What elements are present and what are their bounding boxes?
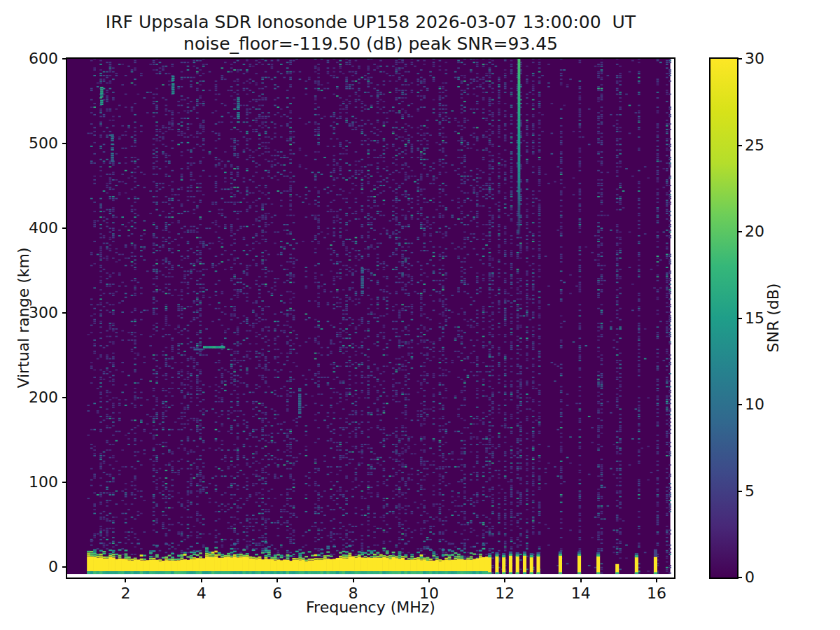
- colorbar-tick-mark: [737, 145, 742, 146]
- y-tick-label: 500: [23, 135, 58, 152]
- x-tick-mark: [504, 578, 505, 582]
- ionogram-figure: IRF Uppsala SDR Ionosonde UP158 2026-03-…: [0, 0, 840, 630]
- x-tick-mark: [580, 578, 582, 582]
- x-tick-mark: [201, 578, 202, 582]
- y-tick-mark: [62, 58, 67, 59]
- y-tick-label: 0: [23, 559, 58, 575]
- colorbar-tick-label: 5: [745, 483, 780, 500]
- x-tick-label: 14: [556, 585, 606, 602]
- x-tick-mark: [656, 578, 657, 582]
- x-tick-mark: [125, 578, 126, 582]
- colorbar-tick-mark: [737, 318, 742, 319]
- x-tick-label: 10: [405, 585, 454, 602]
- x-tick-mark: [353, 578, 354, 582]
- y-tick-mark: [62, 143, 67, 144]
- colorbar-tick-mark: [737, 231, 742, 232]
- x-tick-label: 4: [177, 585, 226, 602]
- colorbar-tick-label: 30: [745, 50, 780, 67]
- chart-title: IRF Uppsala SDR Ionosonde UP158 2026-03-…: [67, 11, 674, 33]
- y-tick-mark: [62, 566, 67, 568]
- y-tick-label: 600: [23, 50, 58, 67]
- colorbar-tick-label: 15: [745, 310, 780, 327]
- x-tick-label: 8: [329, 585, 378, 602]
- colorbar-gradient: [710, 59, 737, 578]
- x-tick-label: 2: [101, 585, 150, 602]
- y-tick-mark: [62, 482, 67, 483]
- colorbar-tick-mark: [737, 58, 742, 59]
- y-tick-label: 400: [23, 220, 58, 237]
- x-tick-mark: [428, 578, 430, 582]
- y-tick-mark: [62, 227, 67, 229]
- colorbar-tick-label: 0: [745, 569, 780, 586]
- x-tick-label: 12: [480, 585, 529, 602]
- colorbar-tick-label: 20: [745, 223, 780, 240]
- y-tick-label: 200: [23, 389, 58, 406]
- chart-subtitle: noise_floor=-119.50 (dB) peak SNR=93.45: [67, 33, 674, 55]
- y-tick-mark: [62, 397, 67, 398]
- ionogram-heatmap: [67, 59, 674, 578]
- colorbar-tick-mark: [737, 577, 742, 578]
- colorbar-tick-label: 10: [745, 396, 780, 413]
- y-tick-label: 300: [23, 304, 58, 321]
- y-tick-mark: [62, 312, 67, 314]
- colorbar-tick-mark: [737, 491, 742, 492]
- colorbar-tick-mark: [737, 404, 742, 405]
- x-tick-label: 16: [632, 585, 681, 602]
- y-tick-label: 100: [23, 474, 58, 491]
- x-tick-mark: [276, 578, 278, 582]
- colorbar-tick-label: 25: [745, 137, 780, 154]
- x-tick-label: 6: [253, 585, 302, 602]
